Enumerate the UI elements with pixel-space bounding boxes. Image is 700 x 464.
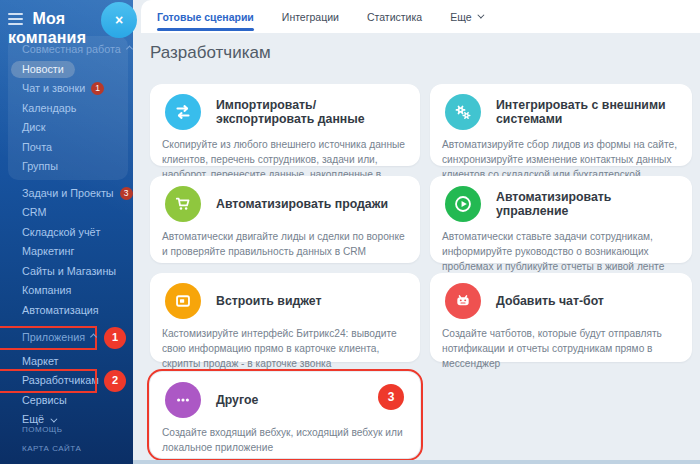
tab-label: Еще [450, 11, 471, 23]
sidebar-item-crm[interactable]: CRM [0, 203, 133, 223]
bottom-edge [133, 460, 700, 464]
card-import-export[interactable]: Импортировать/экспортировать данные Скоп… [150, 84, 420, 166]
sidebar-item-tasks-projects[interactable]: Задачи и Проекты3 [0, 184, 133, 204]
swap-arrows-icon [165, 94, 201, 130]
page-title: Разработчикам [150, 43, 271, 63]
sidebar: Моя компания Совместная работаНовостиЧат… [0, 0, 133, 464]
chevron-up-icon [126, 45, 133, 52]
annotation-step-3: 3 [378, 384, 404, 410]
chevron-up-icon [90, 333, 97, 340]
tab-statistics[interactable]: Статистика [367, 0, 422, 33]
sidebar-item-developers[interactable]: Разработчикам2 [0, 371, 95, 391]
widget-icon [165, 283, 201, 319]
sidebar-item-automation[interactable]: Автоматизация [0, 301, 133, 321]
notification-badge: 1 [91, 82, 104, 95]
sidebar-item-mail[interactable]: Почта [8, 138, 128, 158]
sidebar-item-groups[interactable]: Группы [8, 157, 128, 177]
card-title: Автоматизировать продажи [216, 197, 388, 211]
sidebar-item-services[interactable]: Сервисы [0, 391, 133, 411]
sidebar-item-label: Маркетинг [22, 245, 75, 257]
sidebar-item-label: Маркет [22, 355, 59, 367]
hamburger-menu-icon[interactable] [8, 10, 23, 28]
card-title: Встроить виджет [216, 294, 322, 308]
card-description: Автоматически двигайте лиды и сделки по … [162, 230, 406, 260]
sidebar-item-label: Календарь [22, 102, 77, 114]
sidebar-item-label: Совместная работа [22, 43, 121, 55]
tab-label: Готовые сценарии [157, 11, 254, 23]
tab-more[interactable]: Еще [450, 0, 481, 33]
sidebar-item-inventory[interactable]: Складской учёт [0, 223, 133, 243]
card-title: Автоматизировать управление [496, 190, 678, 218]
sidebar-item-label: Новости [11, 61, 75, 78]
sidebar-item-label: Складской учёт [22, 226, 101, 238]
sidebar-group-panel: Совместная работаНовостиЧат и звонки1Кал… [8, 36, 128, 180]
close-button[interactable]: × [101, 2, 137, 38]
card-description: Создайте чатботов, которые будут отправл… [442, 327, 678, 371]
card-add-chatbot[interactable]: Добавить чат-бот Создайте чатботов, кото… [430, 273, 692, 362]
close-icon: × [115, 12, 123, 28]
sidebar-item-label: Компания [22, 284, 71, 296]
robot-icon [445, 283, 481, 319]
sidebar-items: Задачи и Проекты3CRMСкладской учётМаркет… [0, 184, 133, 430]
tab-label: Статистика [367, 11, 422, 23]
card-automate-management[interactable]: Автоматизировать управление Автоматическ… [430, 176, 692, 263]
sidebar-item-collab-group[interactable]: Совместная работа [8, 40, 128, 60]
sidebar-item-market[interactable]: Маркет [0, 352, 133, 372]
sidebar-item-apps[interactable]: Приложения1 [0, 328, 95, 348]
annotation-step-2: 2 [104, 370, 126, 392]
sidebar-item-label: CRM [22, 206, 47, 218]
sidebar-item-label: Группы [22, 160, 58, 172]
cart-icon [165, 186, 201, 222]
tab-label: Интеграции [282, 11, 339, 23]
sidebar-footer-item-sitemap[interactable]: КАРТА САЙТА [22, 439, 106, 459]
card-title: Интегрировать с внешними системами [496, 98, 678, 126]
sidebar-item-label: Чат и звонки [22, 82, 85, 94]
card-description: Кастомизируйте интерфейс Битрикс24: выво… [162, 327, 406, 371]
sidebar-item-label: Автоматизация [22, 304, 99, 316]
sidebar-item-calendar[interactable]: Календарь [8, 99, 128, 119]
sidebar-item-sites-stores[interactable]: Сайты и Магазины [0, 262, 133, 282]
sidebar-item-label: Сайты и Магазины [22, 265, 116, 277]
sidebar-item-label: Задачи и Проекты [22, 187, 114, 199]
sidebar-footer-item-configure-menu[interactable]: НАСТРОИТЬ МЕНЮ [22, 459, 106, 464]
chevron-down-icon [477, 12, 484, 19]
notification-badge: 3 [120, 187, 133, 200]
sidebar-item-disk[interactable]: Диск [8, 118, 128, 138]
sidebar-item-label: Почта [22, 141, 52, 153]
card-title: Добавить чат-бот [496, 294, 604, 308]
gears-icon [445, 94, 481, 130]
play-icon [445, 186, 481, 222]
tab-integrations[interactable]: Интеграции [282, 0, 339, 33]
card-description: Автоматически ставьте задачи сотрудникам… [442, 230, 678, 274]
card-automate-sales[interactable]: Автоматизировать продажи Автоматически д… [150, 176, 420, 263]
card-embed-widget[interactable]: Встроить виджет Кастомизируйте интерфейс… [150, 273, 420, 362]
tab-ready-scenarios[interactable]: Готовые сценарии [157, 0, 254, 33]
sidebar-item-news[interactable]: Новости [8, 60, 128, 80]
main-content: Готовые сценарииИнтеграцииСтатистикаЕще … [133, 0, 700, 464]
sidebar-menu: Совместная работаНовостиЧат и звонки1Кал… [0, 36, 133, 430]
tab-bar: Готовые сценарииИнтеграцииСтатистикаЕще [141, 0, 700, 33]
annotation-step-1: 1 [104, 327, 126, 349]
card-title: Импортировать/экспортировать данные [216, 98, 406, 126]
sidebar-item-chat-calls[interactable]: Чат и звонки1 [8, 79, 128, 99]
dots-icon [165, 382, 201, 418]
card-title: Другое [216, 393, 258, 407]
sidebar-item-company[interactable]: Компания [0, 281, 133, 301]
sidebar-item-label: Диск [22, 121, 45, 133]
cards-grid: Импортировать/экспортировать данные Скоп… [150, 84, 692, 458]
sidebar-footer: ПОМОЩЬКАРТА САЙТАНАСТРОИТЬ МЕНЮ [22, 420, 106, 464]
card-description: Создайте входящий вебхук, исходящий вебх… [162, 426, 406, 456]
sidebar-item-label: Приложения [22, 331, 85, 343]
card-other[interactable]: Другое Создайте входящий вебхук, исходящ… [150, 372, 420, 458]
sidebar-item-label: Разработчикам [22, 374, 99, 386]
sidebar-item-label: Сервисы [22, 394, 67, 406]
sidebar-item-marketing[interactable]: Маркетинг [0, 242, 133, 262]
card-integrate-external[interactable]: Интегрировать с внешними системами Автом… [430, 84, 692, 166]
sidebar-footer-item-help[interactable]: ПОМОЩЬ [22, 420, 106, 440]
